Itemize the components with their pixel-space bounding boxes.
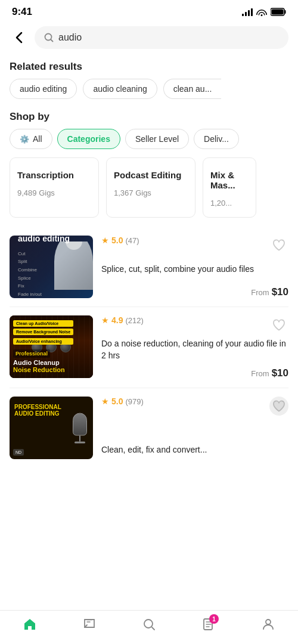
- thumb3-mic: [73, 413, 87, 443]
- gig-list: Professional audio editing CutSplitCombi…: [0, 227, 298, 467]
- search-icon: [44, 33, 54, 42]
- search-nav-icon: [141, 617, 157, 632]
- gig-item-3[interactable]: PROFESSIONAL AUDIO EDITING ND ★ 5.0: [10, 388, 288, 467]
- gig-rating-3: ★ 5.0 (979): [101, 397, 144, 406]
- favorite-button-1[interactable]: [269, 236, 288, 255]
- chip-audio-cleaning[interactable]: audio cleaning: [83, 79, 157, 99]
- status-time: 9:41: [12, 6, 32, 18]
- signal-bar-2: [245, 12, 247, 16]
- category-card-podcast[interactable]: Podcast Editing 1,367 Gigs: [106, 157, 195, 218]
- message-icon: [82, 617, 97, 632]
- thumb2-title: Professional Audio Cleanup Noise Reducti…: [13, 347, 89, 373]
- orders-badge: 1: [209, 614, 219, 624]
- star-icon-3: ★: [101, 397, 109, 406]
- thumb1-title: audio editing: [18, 236, 70, 244]
- search-bar[interactable]: audio: [35, 26, 288, 49]
- gig-desc-2: Do a noise reduction, cleaning of your a…: [101, 338, 288, 361]
- home-icon: [22, 617, 38, 632]
- battery-icon: [271, 8, 286, 16]
- gig-desc-1: Splice, cut, split, combine your audio f…: [101, 264, 288, 275]
- gig-info-1: ★ 5.0 (47) Splice, cut, split, combine y…: [101, 236, 288, 298]
- category-card-mix[interactable]: Mix &Mas... 1,20...: [203, 157, 256, 218]
- filter-categories[interactable]: Categories: [57, 129, 120, 149]
- gig-info-3: ★ 5.0 (979) Clean, edit, fix and convert…: [101, 397, 288, 459]
- thumb1-list: CutSplitCombineSpliceFixFade in/outOther: [18, 250, 70, 298]
- gig-item-1[interactable]: Professional audio editing CutSplitCombi…: [10, 227, 288, 307]
- gig-thumb-3-image: PROFESSIONAL AUDIO EDITING ND: [10, 397, 93, 459]
- related-results-title: Related results: [0, 54, 298, 79]
- nav-home[interactable]: [22, 617, 38, 632]
- gig-thumb-1: Professional audio editing CutSplitCombi…: [10, 236, 93, 298]
- filter-all[interactable]: ⚙️ All: [10, 129, 52, 149]
- gig-price-row-1: From $10: [101, 286, 288, 298]
- svg-point-4: [144, 620, 153, 628]
- nav-messages[interactable]: [82, 617, 97, 632]
- search-container: audio: [0, 21, 298, 54]
- search-query: audio: [58, 32, 82, 43]
- signal-bar-4: [251, 8, 253, 16]
- sliders-icon: ⚙️: [20, 135, 29, 144]
- star-icon-2: ★: [101, 315, 109, 325]
- thumb3-text: PROFESSIONAL AUDIO EDITING: [14, 404, 61, 417]
- svg-rect-1: [285, 10, 286, 14]
- gig-rating-2: ★ 4.9 (212): [101, 315, 144, 325]
- favorite-button-2[interactable]: [269, 315, 288, 335]
- gig-desc-3: Clean, edit, fix and convert...: [101, 444, 288, 456]
- wifi-icon: [256, 8, 267, 16]
- thumb3-nd-badge: ND: [13, 449, 24, 456]
- category-card-transcription[interactable]: Transcription 9,489 Gigs: [10, 157, 99, 218]
- chip-audio-editing[interactable]: audio editing: [10, 79, 77, 99]
- bottom-nav: 1: [0, 610, 298, 644]
- orders-icon: 1: [201, 617, 216, 632]
- category-row: Transcription 9,489 Gigs Podcast Editing…: [0, 157, 298, 227]
- filter-seller-level[interactable]: Seller Level: [125, 129, 189, 149]
- star-icon: ★: [101, 236, 109, 245]
- signal-bars-icon: [242, 8, 253, 16]
- nav-orders[interactable]: 1: [201, 617, 216, 632]
- gig-info-2: ★ 4.9 (212) Do a noise reduction, cleani…: [101, 315, 288, 379]
- category-card-mix-name: Mix &Mas...: [210, 170, 249, 190]
- signal-bar-1: [242, 14, 244, 16]
- thumb2-overlay: Clean up Audio/Voice Remove Background N…: [13, 320, 73, 345]
- back-button[interactable]: [10, 28, 29, 47]
- gig-thumb-3: PROFESSIONAL AUDIO EDITING ND: [10, 397, 93, 459]
- svg-point-6: [266, 620, 271, 624]
- status-bar: 9:41: [0, 0, 298, 21]
- gig-thumb-2: Clean up Audio/Voice Remove Background N…: [10, 315, 93, 378]
- signal-bar-3: [248, 10, 250, 16]
- gig-thumb-1-image: Professional audio editing CutSplitCombi…: [10, 236, 93, 298]
- nav-profile[interactable]: [260, 617, 276, 632]
- chip-clean-audio[interactable]: clean au...: [163, 79, 222, 99]
- shop-by-title: Shop by: [0, 106, 298, 129]
- filter-row: ⚙️ All Categories Seller Level Deliv...: [0, 129, 298, 157]
- nav-search[interactable]: [141, 617, 157, 632]
- favorite-button-3[interactable]: [269, 397, 288, 416]
- related-results-chips: audio editing audio cleaning clean au...: [0, 79, 298, 106]
- category-card-mix-count: 1,20...: [210, 199, 249, 208]
- gig-rating-1: ★ 5.0 (47): [101, 236, 139, 245]
- gig-item-2[interactable]: Clean up Audio/Voice Remove Background N…: [10, 307, 288, 388]
- svg-rect-2: [272, 10, 284, 15]
- profile-icon: [260, 617, 276, 632]
- gig-price-row-2: From $10: [101, 367, 288, 379]
- status-icons: [242, 8, 286, 16]
- gig-thumb-2-image: Clean up Audio/Voice Remove Background N…: [10, 315, 93, 378]
- filter-delivery[interactable]: Deliv...: [194, 129, 239, 149]
